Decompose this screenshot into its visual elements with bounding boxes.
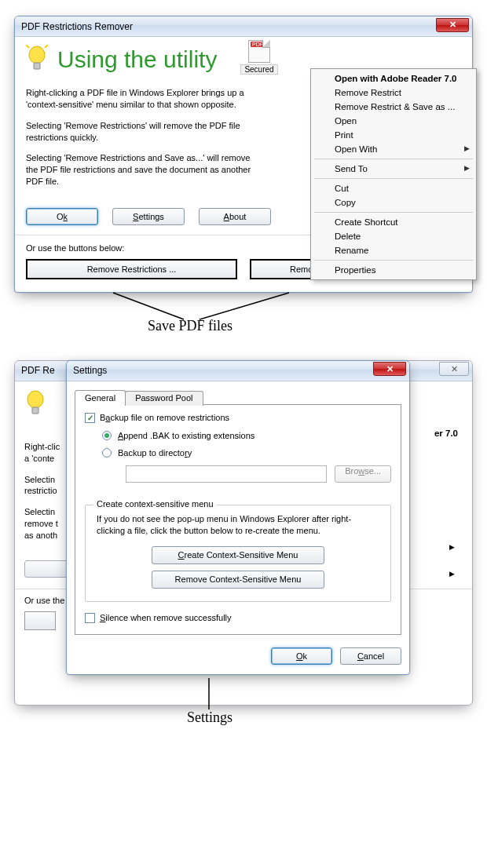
svg-point-0 <box>29 46 45 64</box>
lightbulb-icon <box>26 45 48 75</box>
backup-checkbox[interactable]: Backup file on remove restrictions <box>85 413 391 423</box>
svg-point-4 <box>27 391 43 408</box>
paragraph-2: Selecting 'Remove Restrictions' will rem… <box>26 120 262 144</box>
about-button[interactable]: About <box>199 208 271 225</box>
svg-line-2 <box>113 293 184 319</box>
context-menu: Open with Adobe Reader 7.0 Remove Restri… <box>310 68 477 280</box>
context-menu-group: Create context-sensitive menu If you do … <box>85 505 391 602</box>
paragraph-3: Selecting 'Remove Restrictions and Save … <box>26 152 262 188</box>
paragraph-1: Right-clicking a PDF file in Windows Exp… <box>26 87 262 111</box>
main-window: PDF Restrictions Remover ✕ Secured Open … <box>14 16 473 293</box>
menu-rename[interactable]: Rename <box>313 243 474 257</box>
annotation-settings: Settings <box>187 709 233 726</box>
menu-create-shortcut[interactable]: Create Shortcut <box>313 215 474 229</box>
backup-directory-input[interactable] <box>126 465 327 483</box>
backup-directory-radio[interactable]: Backup to directory <box>102 448 391 458</box>
secured-badge: Secured <box>240 64 277 75</box>
remove-context-menu-button[interactable]: Remove Context-Sensitive Menu <box>152 571 324 589</box>
settings-title: Settings <box>73 365 107 376</box>
menu-print[interactable]: Print <box>313 128 474 142</box>
menu-open-reader[interactable]: Open with Adobe Reader 7.0 <box>313 71 474 86</box>
tab-password-pool[interactable]: Password Pool <box>125 391 203 406</box>
settings-button[interactable]: Settings <box>112 208 185 225</box>
svg-line-3 <box>200 293 289 319</box>
checkbox-icon <box>85 613 95 623</box>
menu-properties[interactable]: Properties <box>313 263 474 277</box>
tab-general[interactable]: General <box>75 390 126 405</box>
settings-dialog: Settings ✕ General Password Pool Backup … <box>66 360 410 675</box>
group-legend: Create context-sensitive menu <box>93 499 217 509</box>
bg-close-icon: ✕ <box>439 362 469 376</box>
menu-open[interactable]: Open <box>313 114 474 128</box>
lightbulb-icon <box>24 389 46 419</box>
silence-checkbox[interactable]: Silence when remove successfully <box>85 613 391 623</box>
close-icon[interactable]: ✕ <box>373 362 406 376</box>
settings-ok-button[interactable]: Ok <box>271 647 332 665</box>
browse-button[interactable]: Browse... <box>335 465 391 483</box>
bg-reader-fragment: er 7.0 <box>434 429 458 438</box>
menu-send-to[interactable]: Send To <box>313 162 474 176</box>
svg-rect-5 <box>32 407 38 414</box>
pdf-file-icon: Secured <box>246 40 273 75</box>
group-text: If you do not see the pop-up menu in Win… <box>97 513 379 537</box>
window-title: PDF Restrictions Remover <box>21 21 133 32</box>
menu-open-with[interactable]: Open With <box>313 142 474 156</box>
close-icon[interactable]: ✕ <box>436 18 469 32</box>
radio-icon <box>102 431 112 440</box>
titlebar: PDF Restrictions Remover ✕ <box>15 16 472 37</box>
menu-remove-save[interactable]: Remove Restrict & Save as ... <box>313 100 474 114</box>
menu-delete[interactable]: Delete <box>313 229 474 243</box>
remove-restrictions-button[interactable]: Remove Restrictions ... <box>26 259 237 279</box>
bg-chevron-right-icon: ▶ <box>449 543 455 551</box>
checkbox-icon <box>85 413 95 423</box>
svg-rect-1 <box>34 63 40 69</box>
heading-text: Using the utility <box>57 46 217 73</box>
ok-button[interactable]: Ok <box>26 208 98 225</box>
settings-cancel-button[interactable]: Cancel <box>340 647 401 665</box>
callout-2: Settings <box>14 678 473 733</box>
annotation-save-pdf: Save PDF files <box>148 318 233 334</box>
menu-remove-restrict[interactable]: Remove Restrict <box>313 86 474 100</box>
create-context-menu-button[interactable]: Create Context-Sensitive Menu <box>152 546 324 564</box>
menu-copy[interactable]: Copy <box>313 195 474 210</box>
menu-cut[interactable]: Cut <box>313 181 474 195</box>
bg-title: PDF Re <box>21 365 55 376</box>
append-bak-radio[interactable]: Append .BAK to existing extensions <box>102 431 391 440</box>
callout-1: Save PDF files <box>14 293 473 340</box>
bg-chevron-right-icon: ▶ <box>449 570 455 578</box>
radio-icon <box>102 448 112 458</box>
